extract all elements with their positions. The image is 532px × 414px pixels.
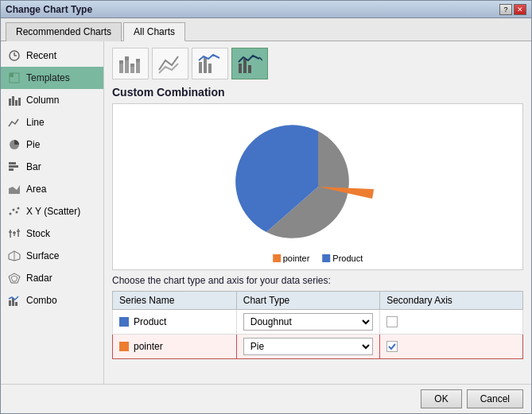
table-row-pointer: pointer Pie Doughnut Bar Line [113, 335, 523, 359]
svg-rect-42 [239, 64, 242, 73]
svg-rect-35 [119, 64, 123, 73]
sidebar-label-templates: Templates [26, 72, 70, 83]
chart-instruction: Choose the chart type and axis for your … [112, 275, 523, 286]
svg-rect-44 [248, 65, 251, 73]
tab-all-charts[interactable]: All Charts [123, 22, 185, 41]
xy-icon [7, 204, 21, 219]
chart-type-btn-1[interactable] [112, 48, 149, 79]
sidebar-item-recent[interactable]: Recent [1, 44, 103, 67]
svg-rect-10 [9, 162, 16, 164]
col-header-secondary-axis: Secondary Axis [380, 292, 523, 310]
dialog-window: Change Chart Type ? ✕ Recommended Charts… [0, 0, 532, 414]
col-header-series-name: Series Name [113, 292, 237, 310]
svg-rect-30 [15, 302, 17, 306]
chart-type-select-pointer[interactable]: Pie Doughnut Bar Line [243, 338, 373, 355]
stock-icon [7, 226, 21, 241]
sidebar-label-area: Area [26, 184, 46, 195]
sidebar-label-radar: Radar [26, 273, 52, 284]
sidebar-item-templates[interactable]: Templates [1, 67, 103, 89]
recent-icon [7, 48, 21, 63]
sidebar-item-line[interactable]: Line [1, 111, 103, 133]
sidebar-label-xy: X Y (Scatter) [26, 206, 80, 217]
chart-type-select-product[interactable]: Doughnut Pie Bar Line [243, 313, 373, 331]
svg-rect-38 [136, 62, 140, 73]
legend-item-pointer: pointer [273, 253, 310, 263]
svg-rect-12 [9, 168, 14, 171]
tab-row: Recommended Charts All Charts [1, 18, 531, 41]
legend-item-product: Product [322, 253, 363, 263]
bottom-buttons: OK Cancel [1, 384, 531, 413]
title-bar-text: Change Chart Type [6, 4, 92, 15]
radar-icon [7, 271, 21, 285]
sidebar-label-bar: Bar [26, 161, 41, 172]
svg-rect-41 [208, 64, 212, 73]
svg-marker-27 [11, 276, 17, 281]
secondary-axis-cell-product [380, 310, 523, 335]
sidebar-label-pie: Pie [26, 139, 40, 150]
svg-rect-28 [9, 300, 11, 306]
series-color-pointer [119, 342, 129, 351]
sidebar-item-bar[interactable]: Bar [1, 156, 103, 178]
series-table: Series Name Chart Type Secondary Axis Pr… [112, 291, 523, 359]
legend-label-pointer: pointer [283, 253, 310, 263]
col-header-chart-type: Chart Type [236, 292, 379, 310]
title-bar: Change Chart Type ? ✕ [1, 1, 531, 18]
svg-rect-11 [9, 165, 18, 168]
sidebar-item-xy[interactable]: X Y (Scatter) [1, 200, 103, 222]
sidebar-item-surface[interactable]: Surface [1, 245, 103, 267]
svg-rect-6 [12, 96, 14, 106]
svg-point-17 [17, 207, 20, 210]
secondary-axis-cell-pointer [380, 335, 523, 359]
sidebar-label-recent: Recent [26, 50, 56, 61]
area-icon [7, 182, 21, 196]
table-row-product: Product Doughnut Pie Bar Line [113, 310, 523, 335]
cancel-button[interactable]: Cancel [467, 389, 523, 408]
sidebar-item-column[interactable]: Column [1, 89, 103, 111]
svg-rect-7 [15, 100, 17, 106]
svg-point-16 [16, 211, 18, 214]
svg-line-45 [259, 57, 262, 60]
series-name-product: Product [113, 310, 237, 335]
sidebar-item-pie[interactable]: Pie [1, 133, 103, 156]
sidebar-label-surface: Surface [26, 250, 59, 261]
sidebar-label-combo: Combo [26, 295, 57, 306]
content-area: Recent Templates Column Line [1, 41, 531, 384]
chart-legend: pointer Product [273, 253, 363, 263]
section-title: Custom Combination [112, 86, 523, 99]
sidebar-item-area[interactable]: Area [1, 178, 103, 200]
chart-type-cell-pointer: Pie Doughnut Bar Line [236, 335, 379, 359]
chart-preview: pointer Product [112, 103, 523, 270]
sidebar-label-stock: Stock [26, 228, 50, 239]
sidebar-item-stock[interactable]: Stock [1, 222, 103, 245]
combo-icon [7, 293, 21, 308]
svg-rect-37 [130, 67, 134, 73]
chart-type-cell-product: Doughnut Pie Bar Line [236, 310, 379, 335]
svg-rect-39 [199, 62, 202, 73]
sidebar-item-radar[interactable]: Radar [1, 267, 103, 289]
svg-rect-5 [9, 99, 11, 106]
svg-point-14 [10, 213, 12, 215]
tab-recommended[interactable]: Recommended Charts [6, 22, 122, 41]
sidebar: Recent Templates Column Line [1, 41, 104, 384]
chart-type-btn-3[interactable] [192, 48, 228, 79]
svg-rect-4 [10, 73, 14, 77]
templates-icon [7, 71, 21, 85]
pie-icon [7, 137, 21, 152]
close-button[interactable]: ✕ [514, 4, 526, 15]
legend-label-product: Product [332, 253, 363, 263]
svg-rect-36 [125, 60, 129, 73]
line-icon [7, 115, 21, 130]
column-icon [7, 93, 21, 107]
sidebar-item-combo[interactable]: Combo [1, 289, 103, 311]
secondary-axis-checkbox-pointer[interactable] [386, 341, 398, 352]
chart-type-btn-4[interactable] [231, 48, 268, 79]
svg-rect-43 [243, 59, 247, 73]
bar-icon [7, 160, 21, 174]
secondary-axis-checkbox-product[interactable] [386, 316, 398, 327]
ok-button[interactable]: OK [421, 389, 461, 408]
help-button[interactable]: ? [499, 4, 512, 15]
chart-type-btn-2[interactable] [152, 48, 188, 79]
svg-rect-8 [18, 98, 21, 106]
series-color-product [119, 317, 129, 327]
sidebar-label-line: Line [26, 117, 45, 128]
